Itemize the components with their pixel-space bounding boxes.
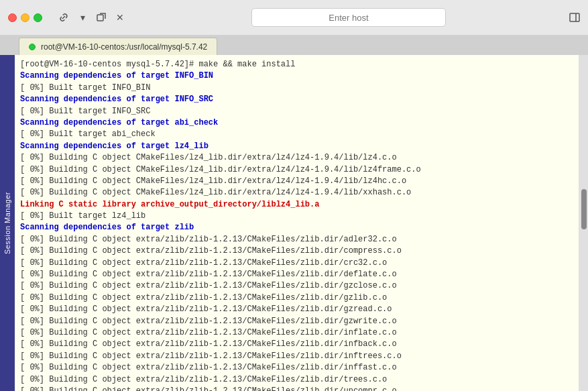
terminal-line-11: Linking C static library archive_output_… <box>20 199 573 211</box>
terminal-line-13: Scanning dependencies of target zlib <box>20 222 573 233</box>
connection-status-dot <box>29 44 36 50</box>
session-manager-sidebar[interactable]: Session Manager <box>0 55 15 391</box>
terminal-line-22: [ 0%] Building C object extra/zlib/zlib-… <box>20 327 573 339</box>
scrollbar-thumb[interactable] <box>581 189 587 229</box>
titlebar: ▾ ✕ <box>0 0 588 35</box>
minimize-button[interactable] <box>21 13 30 22</box>
terminal-line-7: [ 0%] Building C object CMakeFiles/lz4_l… <box>20 152 573 164</box>
terminal-line-1: [ 0%] Built target INFO_BIN <box>20 82 573 94</box>
terminal-line-21: [ 0%] Building C object extra/zlib/zlib-… <box>20 316 573 327</box>
terminal-prompt-line: [root@VM-16-10-centos mysql-5.7.42]# mak… <box>20 59 573 70</box>
traffic-lights <box>8 13 42 22</box>
svg-rect-0 <box>97 15 103 21</box>
terminal-line-10: [ 0%] Building C object CMakeFiles/lz4_l… <box>20 187 573 199</box>
host-input[interactable] <box>251 8 446 27</box>
close-icon[interactable]: ✕ <box>112 9 128 25</box>
main-area: Session Manager [root@VM-16-10-centos my… <box>0 55 588 391</box>
terminal-line-26: [ 0%] Building C object extra/zlib/zlib-… <box>20 374 573 386</box>
scrollbar[interactable] <box>579 55 588 391</box>
chevron-down-icon[interactable]: ▾ <box>74 9 91 25</box>
svg-rect-1 <box>570 13 579 21</box>
terminal-line-14: [ 0%] Building C object extra/zlib/zlib-… <box>20 234 573 245</box>
maximize-button[interactable] <box>34 13 42 22</box>
new-window-icon[interactable] <box>93 9 109 25</box>
host-input-area <box>133 8 564 27</box>
terminal-line-24: [ 0%] Building C object extra/zlib/zlib-… <box>20 351 573 362</box>
tabbar: root@VM-16-10-centos:/usr/local/mysql-5.… <box>0 35 588 55</box>
terminal-line-8: [ 0%] Building C object CMakeFiles/lz4_l… <box>20 164 573 176</box>
terminal[interactable]: [root@VM-16-10-centos mysql-5.7.42]# mak… <box>15 55 579 391</box>
tab-label: root@VM-16-10-centos:/usr/local/mysql-5.… <box>41 42 207 52</box>
sidebar-toggle[interactable] <box>569 12 580 23</box>
terminal-tab[interactable]: root@VM-16-10-centos:/usr/local/mysql-5.… <box>19 38 217 55</box>
titlebar-nav-icons: ▾ ✕ <box>56 9 128 25</box>
terminal-line-27: [ 0%] Building C object extra/zlib/zlib-… <box>20 386 573 391</box>
terminal-line-4: Scanning dependencies of target abi_chec… <box>20 117 573 129</box>
terminal-line-18: [ 0%] Building C object extra/zlib/zlib-… <box>20 280 573 292</box>
terminal-line-9: [ 0%] Building C object CMakeFiles/lz4_l… <box>20 176 573 187</box>
session-manager-label: Session Manager <box>3 192 11 254</box>
terminal-line-25: [ 0%] Building C object extra/zlib/zlib-… <box>20 362 573 374</box>
close-button[interactable] <box>8 13 17 22</box>
terminal-line-12: [ 0%] Built target lz4_lib <box>20 211 573 222</box>
terminal-line-3: [ 0%] Built target INFO_SRC <box>20 106 573 117</box>
terminal-content: [root@VM-16-10-centos mysql-5.7.42]# mak… <box>20 59 573 391</box>
terminal-line-5: [ 0%] Built target abi_check <box>20 129 573 140</box>
terminal-line-15: [ 0%] Building C object extra/zlib/zlib-… <box>20 245 573 257</box>
terminal-line-17: [ 0%] Building C object extra/zlib/zlib-… <box>20 269 573 280</box>
terminal-line-2: Scanning dependencies of target INFO_SRC <box>20 94 573 105</box>
link-icon[interactable] <box>56 9 72 25</box>
terminal-line-23: [ 0%] Building C object extra/zlib/zlib-… <box>20 339 573 350</box>
terminal-line-19: [ 0%] Building C object extra/zlib/zlib-… <box>20 292 573 304</box>
terminal-line-20: [ 0%] Building C object extra/zlib/zlib-… <box>20 304 573 315</box>
terminal-line-16: [ 0%] Building C object extra/zlib/zlib-… <box>20 258 573 269</box>
terminal-line-0: Scanning dependencies of target INFO_BIN <box>20 70 573 82</box>
terminal-line-6: Scanning dependencies of target lz4_lib <box>20 141 573 152</box>
